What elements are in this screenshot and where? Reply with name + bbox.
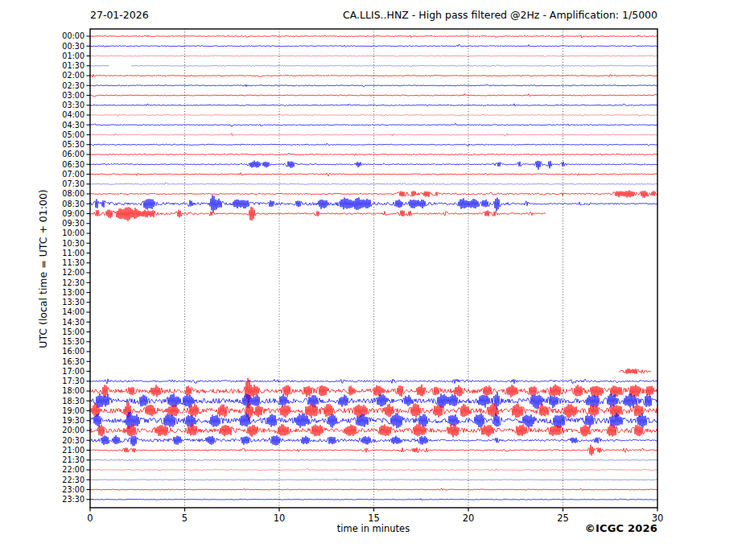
- trace-08:30: [90, 196, 657, 212]
- y-tick-label: 06:30: [62, 160, 84, 169]
- x-axis-label: time in minutes: [337, 523, 410, 534]
- x-tick-label: 20: [463, 513, 475, 524]
- trace-09:00: [90, 207, 546, 221]
- y-tick-label: 06:00: [62, 150, 84, 159]
- y-tick-label: 19:30: [62, 416, 84, 425]
- y-tick-label: 18:00: [62, 386, 84, 395]
- trace-segment: [90, 44, 657, 47]
- trace-02:00: [90, 74, 657, 77]
- trace-06:30: [90, 161, 657, 170]
- helicorder-plot: 05101520253000:0000:3001:0001:3002:0002:…: [0, 0, 746, 560]
- y-tick-label: 13:00: [62, 288, 84, 297]
- trace-04:30: [90, 123, 657, 126]
- trace-segment: [132, 65, 657, 67]
- y-tick-label: 10:00: [62, 229, 84, 237]
- y-tick-label: 02:30: [62, 81, 84, 90]
- x-tick-label: 15: [368, 513, 380, 524]
- y-tick-label: 14:30: [62, 318, 84, 327]
- y-tick-label: 20:00: [62, 426, 84, 434]
- y-tick-label: 11:00: [62, 249, 84, 257]
- x-tick-label: 10: [274, 513, 286, 524]
- x-tick-label: 0: [87, 513, 93, 524]
- trace-segment: [90, 207, 546, 221]
- y-tick-label: 15:30: [62, 337, 84, 346]
- y-tick-label: 16:30: [62, 357, 84, 366]
- y-tick-label: 23:00: [62, 485, 84, 494]
- y-tick-label: 07:00: [62, 170, 84, 179]
- trace-segment: [90, 459, 657, 461]
- y-tick-label: 15:00: [62, 327, 84, 336]
- y-tick-label: 22:00: [62, 465, 84, 474]
- trace-segment: [90, 479, 657, 480]
- trace-segment: [90, 161, 657, 170]
- y-tick-label: 04:30: [62, 121, 84, 130]
- y-tick-label: 14:00: [62, 307, 84, 316]
- trace-07:30: [90, 183, 657, 184]
- y-tick-label: 13:30: [62, 298, 84, 307]
- trace-segment: [90, 183, 657, 184]
- y-tick-label: 01:00: [62, 51, 84, 60]
- y-tick-label: 09:30: [62, 219, 84, 228]
- y-tick-label: 12:00: [62, 268, 84, 277]
- y-tick-label: 00:30: [62, 42, 84, 51]
- y-tick-label: 04:00: [62, 110, 84, 119]
- y-tick-label: 21:30: [62, 455, 84, 464]
- trace-05:30: [90, 143, 657, 146]
- y-tick-label: 05:00: [62, 130, 84, 139]
- trace-segment: [90, 196, 657, 212]
- y-tick-label: 11:30: [62, 258, 84, 267]
- y-tick-label: 03:30: [62, 101, 84, 109]
- trace-segment: [90, 74, 657, 77]
- y-tick-label: 01:30: [62, 61, 84, 70]
- trace-segment: [90, 445, 657, 455]
- y-tick-label: 08:30: [62, 200, 84, 208]
- y-tick-label: 17:00: [62, 367, 84, 376]
- helicorder-page: 27-01-2026 CA.LLIS..HNZ - High pass filt…: [0, 0, 746, 560]
- trace-00:30: [90, 44, 657, 47]
- y-tick-label: 21:00: [62, 446, 84, 455]
- y-tick-label: 10:30: [62, 239, 84, 248]
- trace-19:00: [90, 402, 657, 420]
- trace-segment: [620, 369, 651, 374]
- trace-segment: [90, 84, 657, 87]
- trace-21:00: [90, 445, 657, 455]
- y-tick-label: 09:00: [62, 209, 84, 218]
- y-tick-label: 03:00: [62, 91, 84, 100]
- y-tick-label: 18:30: [62, 397, 84, 406]
- y-tick-label: 19:00: [62, 406, 84, 415]
- y-tick-label: 20:30: [62, 436, 84, 445]
- y-tick-label: 22:30: [62, 476, 84, 484]
- trace-02:30: [90, 84, 657, 87]
- trace-segment: [90, 402, 657, 420]
- trace-segment: [90, 123, 657, 126]
- y-tick-label: 07:30: [62, 179, 84, 188]
- y-tick-label: 08:00: [62, 189, 84, 198]
- trace-segment: [90, 65, 109, 66]
- y-tick-label: 16:00: [62, 347, 84, 356]
- x-tick-label: 5: [182, 513, 188, 524]
- x-tick-label: 25: [557, 513, 569, 524]
- copyright: ©ICGC 2026: [585, 522, 657, 534]
- trace-21:30: [90, 459, 657, 461]
- y-tick-label: 00:00: [62, 31, 84, 40]
- y-tick-label: 12:30: [62, 278, 84, 287]
- trace-17:00: [620, 369, 651, 374]
- y-tick-label: 02:00: [62, 71, 84, 80]
- trace-22:30: [90, 479, 657, 480]
- y-tick-label: 05:30: [62, 140, 84, 149]
- trace-segment: [90, 143, 657, 146]
- y-tick-label: 23:30: [62, 495, 84, 504]
- y-tick-label: 17:30: [62, 377, 84, 385]
